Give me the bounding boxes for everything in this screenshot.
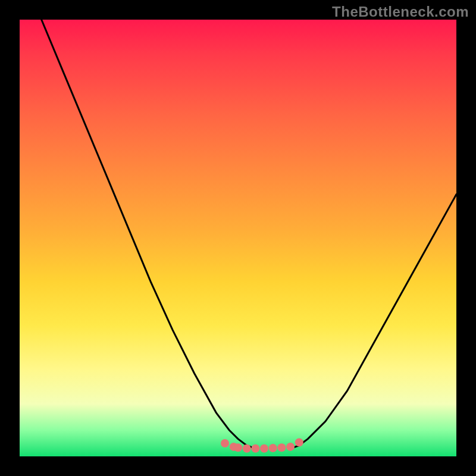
curve-overlay: [20, 20, 456, 456]
valley-marker: [286, 443, 295, 451]
chart-frame: TheBottleneck.com: [0, 0, 476, 476]
valley-marker: [295, 439, 303, 447]
watermark-text: TheBottleneck.com: [332, 4, 469, 20]
valley-marker: [277, 443, 286, 452]
valley-marker: [234, 443, 242, 452]
plot-area: [20, 20, 456, 456]
left-curve: [42, 20, 256, 449]
valley-marker: [269, 444, 277, 452]
valley-marker: [221, 439, 229, 447]
right-curve: [290, 195, 456, 449]
valley-marker: [260, 444, 268, 453]
valley-marker: [243, 444, 251, 453]
valley-marker: [251, 444, 259, 453]
